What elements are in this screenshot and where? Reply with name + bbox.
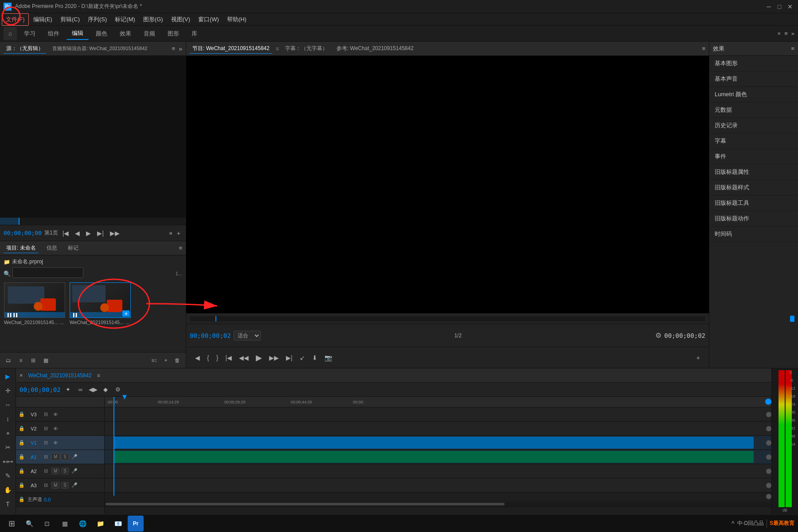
source-forward-btn[interactable]: ▶| [95,229,106,238]
tool-rolling-edit[interactable]: ↕ [2,413,14,425]
tab-effects[interactable]: 效果 [114,28,137,39]
a1-clip[interactable] [113,451,754,463]
program-goto-in-btn[interactable]: |◀ [223,353,234,362]
track-sync-v2[interactable]: ⊟ [42,425,50,433]
taskbar-email[interactable]: 📧 [110,516,126,532]
program-settings-icon[interactable]: ⚙ [655,331,661,340]
minimize-button[interactable]: ─ [764,2,773,11]
master-volume-input[interactable] [44,497,62,502]
project-tab-info[interactable]: 信息 [44,243,60,253]
source-add-btn[interactable]: + [175,229,182,238]
tool-track-select[interactable]: ✛ [2,384,14,397]
track-mute-a3[interactable]: M [51,482,59,489]
program-tab-program[interactable]: 节目: WeChat_20210915145842 [190,44,272,54]
effects-item-captions[interactable]: 字幕 [709,133,798,149]
task-view-button[interactable]: ⊡ [39,516,55,532]
track-mic-a2[interactable]: 🎤 [70,467,78,475]
track-content-a1[interactable] [105,450,771,464]
effects-item-metadata[interactable]: 元数据 [709,102,798,118]
effects-item-legacy-title-actions[interactable]: 旧版标题动作 [709,211,798,227]
track-lock-v3[interactable]: 🔒 [18,411,26,419]
file-item-1[interactable]: ▐▐ ▐▐ WeChat_20210915145... 0:02 [4,282,66,348]
workspace-more-icon[interactable]: » [791,30,794,37]
track-lock-a2[interactable]: 🔒 [18,467,26,475]
timeline-tab-menu[interactable]: ≡ [97,372,100,379]
program-mark-in-btn[interactable]: ◀ [193,353,202,362]
effects-panel-menu-icon[interactable]: ≡ [791,45,794,52]
home-button[interactable]: ⌂ [4,27,17,40]
search-button[interactable]: 🔍 [21,516,37,532]
track-lock-v2[interactable]: 🔒 [18,425,26,433]
source-next-btn[interactable]: ▶▶ [108,229,121,238]
track-solo-a2[interactable]: S [61,468,69,474]
menu-file[interactable]: 文件(F) [2,13,29,26]
program-tab-captions[interactable]: 字幕：（无字幕） [282,44,330,53]
track-visible-v3[interactable]: 👁 [51,411,59,419]
program-tab-reference[interactable]: 参考: WeChat_20210915145842 [334,44,416,53]
taskbar-premiere[interactable]: Pr [128,516,144,532]
program-insert-btn[interactable]: ↙ [298,353,307,362]
tab-library[interactable]: 库 [186,28,203,39]
timeline-tab-name[interactable]: WeChat_20210915145842 [27,372,94,379]
tab-assembly[interactable]: 组件 [43,28,65,39]
taskbar-notification-icon[interactable]: ^ [732,520,735,527]
program-goto-out-btn[interactable]: ▶| [284,353,294,362]
workspace-close-icon[interactable]: × [778,30,781,37]
program-timeline-strip[interactable] [186,313,709,324]
track-visible-v2[interactable]: 👁 [51,425,59,433]
source-panel-menu-icon[interactable]: ≡ [172,45,176,52]
timeline-add-marker-btn[interactable]: ◀▶ [88,385,98,395]
menu-help[interactable]: 帮助(H) [223,14,250,25]
timeline-link-btn[interactable]: ∞ [76,385,86,395]
taskbar-explorer[interactable]: ▦ [57,516,73,532]
source-more-icon[interactable]: » [169,230,172,236]
source-tab-audio-mixer[interactable]: 音频剪辑混合器: WeChat_20210915145842 [50,44,150,53]
program-timecode-in[interactable]: 00;00;00;02 [190,332,231,339]
menu-edit[interactable]: 编辑(E) [30,14,56,25]
source-prev-frame-btn[interactable]: |◀ [61,229,71,238]
track-lock-a3[interactable]: 🔒 [18,481,26,489]
tool-ripple-edit[interactable]: ↔ [2,399,14,411]
track-solo-a3[interactable]: S [61,482,69,489]
taskbar-folder[interactable]: 📁 [92,516,108,532]
menu-window[interactable]: 窗口(W) [195,14,223,25]
track-sync-v3[interactable]: ⊟ [42,411,50,419]
track-lock-v1[interactable]: 🔒 [18,439,26,447]
track-mic-a3[interactable]: 🎤 [70,481,78,489]
program-mark-clip-btn[interactable]: } [215,353,220,362]
effects-item-legacy-title-tools[interactable]: 旧版标题工具 [709,196,798,211]
program-add-btn[interactable]: + [695,353,702,362]
start-button[interactable]: ⊞ [4,516,20,532]
menu-sequence[interactable]: 序列(S) [84,14,110,25]
project-panel-menu-icon[interactable]: ≡ [179,245,182,251]
track-mic-a1[interactable]: 🎤 [70,453,78,461]
project-search-input[interactable] [12,267,83,278]
project-delete-btn[interactable]: 🗑 [172,356,182,365]
file-item-2[interactable]: ▐▐ ⊕ WeChat_20210915145... 0:02 [69,282,131,348]
track-content-v1[interactable] [105,436,771,450]
tool-razor[interactable]: ✂ [2,441,14,454]
track-solo-a1[interactable]: S [61,454,69,460]
effects-item-events[interactable]: 事件 [709,149,798,164]
menu-graphics[interactable]: 图形(G) [140,14,167,25]
taskbar-edge[interactable]: 🌐 [74,516,90,532]
timeline-close-icon[interactable]: × [20,372,23,379]
track-mute-a1[interactable]: M [51,454,59,460]
program-export-frame-btn[interactable]: 📷 [323,353,334,362]
track-lock-a1[interactable]: 🔒 [18,453,26,461]
track-visible-v1[interactable]: 👁 [51,439,59,447]
program-tab-menu[interactable]: ≡ [276,46,279,52]
maximize-button[interactable]: □ [775,2,784,11]
project-sort-btn[interactable]: ≡↕ [149,356,159,365]
track-lock-master[interactable]: 🔒 [18,496,26,504]
tool-select[interactable]: ▶ [2,370,14,383]
tool-pen[interactable]: ✎ [2,469,14,482]
effects-item-timecode[interactable]: 时间码 [709,227,798,242]
source-panel-expand-icon[interactable]: » [179,45,182,52]
timeline-timecode[interactable]: 00;00;00;02 [20,386,61,393]
menu-marker[interactable]: 标记(M) [111,14,139,25]
timeline-clip-marker-btn[interactable]: ◆ [101,385,110,395]
program-rewind-btn[interactable]: ◀◀ [237,353,250,362]
timeline-settings-btn[interactable]: ⚙ [113,385,123,395]
tab-graphics[interactable]: 图形 [162,28,184,39]
